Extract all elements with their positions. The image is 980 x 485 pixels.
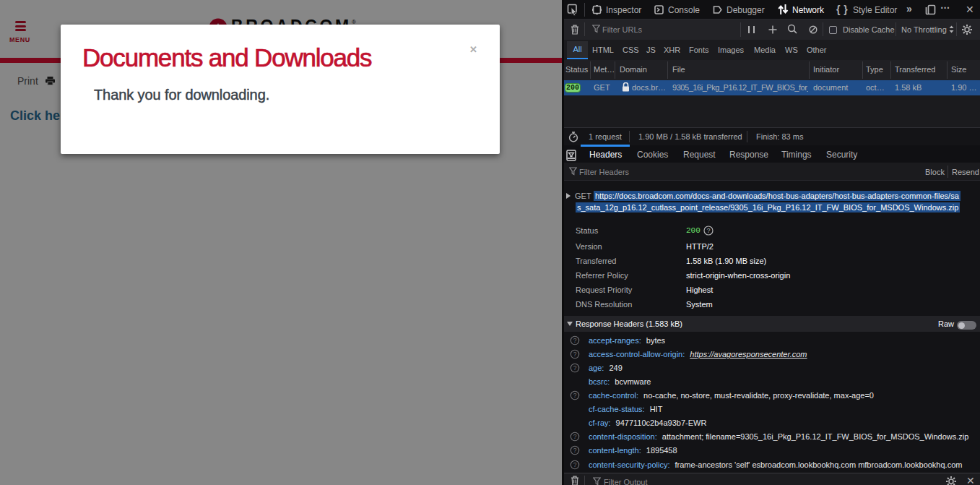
svg-text:?: ?: [573, 337, 577, 344]
svg-text:?: ?: [706, 227, 710, 234]
svg-text:?: ?: [573, 364, 577, 372]
svg-text:?: ?: [573, 351, 577, 358]
svg-text:?: ?: [573, 447, 577, 454]
svg-text:?: ?: [573, 392, 577, 399]
svg-text:?: ?: [573, 461, 577, 468]
svg-text:?: ?: [573, 433, 577, 440]
